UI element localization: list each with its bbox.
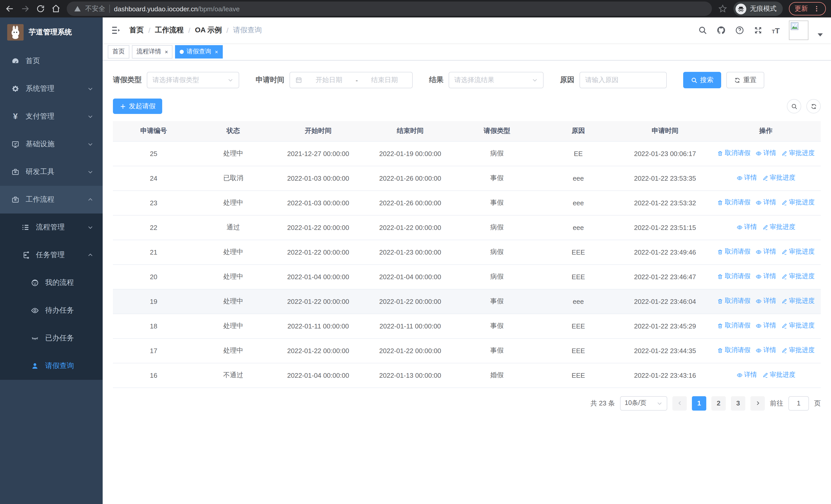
sidebar-item-待办任务[interactable]: 待办任务 [0,297,103,324]
page-button-2[interactable]: 2 [711,396,726,410]
progress-action-link[interactable]: 审批进度 [781,322,814,330]
table-row[interactable]: 23处理中2022-01-03 00:00:002022-01-26 00:00… [113,190,821,215]
table-row[interactable]: 24已取消2022-01-03 00:00:002022-01-26 00:00… [113,166,821,190]
sidebar-item-基础设施[interactable]: 基础设施 [0,130,103,158]
sidebar-item-已办任务[interactable]: 已办任务 [0,324,103,352]
refresh-table-button[interactable] [806,99,821,113]
detail-action-link[interactable]: 详情 [755,322,776,330]
action-label: 详情 [763,272,776,281]
table-row[interactable]: 25处理中2021-12-27 00:00:002022-01-19 00:00… [113,141,821,166]
table-row[interactable]: 16不通过2022-01-04 00:00:002022-01-13 00:00… [113,363,821,387]
github-icon[interactable] [716,26,725,35]
cancel-action-link[interactable]: 取消请假 [717,272,750,281]
detail-action-link[interactable]: 详情 [755,272,776,281]
cancel-action-link[interactable]: 取消请假 [717,198,750,207]
back-icon[interactable] [5,4,15,13]
sidebar-item-请假查询[interactable]: 请假查询 [0,352,103,380]
breadcrumb-item[interactable]: OA 示例 [195,26,222,35]
progress-action-link[interactable]: 审批进度 [781,272,814,281]
tab-close-icon[interactable]: × [165,49,168,55]
tab-流程详情[interactable]: 流程详情× [132,45,173,58]
detail-action-link[interactable]: 详情 [736,223,757,232]
font-size-icon[interactable]: TT [772,26,780,34]
sidebar-item-研发工具[interactable]: 研发工具 [0,158,103,186]
page-size-select[interactable]: 10条/页 [620,396,667,410]
action-label: 详情 [763,248,776,256]
page-button-1[interactable]: 1 [692,396,706,410]
progress-action-link[interactable]: 审批进度 [781,248,814,256]
detail-action-link[interactable]: 详情 [755,198,776,207]
avatar[interactable] [789,21,808,40]
cell-id: 24 [113,166,194,190]
prev-page-button[interactable] [672,396,687,410]
table-row[interactable]: 17处理中2022-01-22 00:00:002022-01-22 00:00… [113,338,821,363]
fullscreen-icon[interactable] [753,26,763,35]
url-bar[interactable]: 不安全 dashboard.yudao.iocoder.cn/bpm/oa/le… [67,2,712,16]
reload-icon[interactable] [36,4,45,13]
table-row[interactable]: 19处理中2022-01-22 00:00:002022-01-22 00:00… [113,289,821,314]
cancel-action-link[interactable]: 取消请假 [717,297,750,306]
user-menu-caret-icon[interactable] [818,33,823,36]
detail-action-link[interactable]: 详情 [755,149,776,158]
progress-action-link[interactable]: 审批进度 [762,223,795,232]
table-row[interactable]: 20处理中2022-01-04 00:00:002022-01-04 00:00… [113,264,821,289]
progress-action-link[interactable]: 审批进度 [762,174,795,182]
progress-action-link[interactable]: 审批进度 [781,149,814,158]
goto-page-input[interactable]: 1 [789,396,809,410]
reason-input[interactable]: 请输入原因 [579,72,667,88]
cancel-action-link[interactable]: 取消请假 [717,248,750,256]
sidebar-item-任务管理[interactable]: 任务管理 [0,241,103,269]
sidebar-item-首页[interactable]: 首页 [0,47,103,75]
search-icon[interactable] [698,26,707,35]
breadcrumb-item[interactable]: 工作流程 [155,26,184,35]
hide-search-button[interactable] [787,99,801,113]
detail-action-link[interactable]: 详情 [755,248,776,256]
reset-button[interactable]: 重置 [726,72,764,88]
progress-action-link[interactable]: 审批进度 [781,346,814,355]
page-button-3[interactable]: 3 [731,396,745,410]
sidebar-toggle-icon[interactable] [111,25,121,35]
apply-time-range-picker[interactable]: 开始日期 - 结束日期 [289,72,413,88]
cell-type: 事假 [456,166,538,190]
sidebar-item-工作流程[interactable]: 工作流程 [0,186,103,213]
result-select[interactable]: 请选择流结果 [449,72,544,88]
monitor-icon [11,140,20,148]
tab-close-icon[interactable]: × [215,49,218,55]
progress-action-link[interactable]: 审批进度 [781,297,814,306]
sidebar-item-我的流程[interactable]: 我的流程 [0,269,103,297]
forward-icon[interactable] [21,4,30,13]
detail-action-link[interactable]: 详情 [736,174,757,182]
table-row[interactable]: 21处理中2022-01-22 00:00:002022-01-23 00:00… [113,240,821,264]
search-button[interactable]: 搜索 [683,72,721,88]
cancel-action-link[interactable]: 取消请假 [717,322,750,330]
next-page-button[interactable] [750,396,765,410]
home-icon[interactable] [51,4,61,13]
detail-action-link[interactable]: 详情 [755,346,776,355]
sidebar-item-流程管理[interactable]: 流程管理 [0,213,103,241]
cancel-action-link[interactable]: 取消请假 [717,149,750,158]
pen-icon [762,372,768,378]
navbar-actions: TT [698,21,823,40]
tab-首页[interactable]: 首页 [108,45,130,58]
progress-action-link[interactable]: 审批进度 [762,371,795,380]
detail-action-link[interactable]: 详情 [755,297,776,306]
cell-reason: EEE [538,338,619,363]
cancel-action-link[interactable]: 取消请假 [717,346,750,355]
create-leave-button[interactable]: 发起请假 [113,98,162,114]
tab-请假查询[interactable]: 请假查询× [175,45,223,58]
table-row[interactable]: 18处理中2022-01-11 00:00:002022-01-11 00:00… [113,314,821,338]
app-logo-row[interactable]: 芋道管理系统 [0,18,103,47]
sidebar-item-支付管理[interactable]: ¥支付管理 [0,102,103,130]
detail-action-link[interactable]: 详情 [736,371,757,380]
action-label: 审批进度 [789,297,814,306]
table-row[interactable]: 22通过2022-01-22 00:00:002022-01-22 00:00:… [113,215,821,240]
help-icon[interactable] [735,26,744,35]
update-button[interactable]: 更新 [789,2,826,16]
breadcrumb-item[interactable]: 首页 [130,26,144,35]
sidebar-item-系统管理[interactable]: 系统管理 [0,75,103,102]
browser-menu-icon[interactable] [813,5,820,12]
progress-action-link[interactable]: 审批进度 [781,198,814,207]
breadcrumb: 首页 / 工作流程 / OA 示例 / 请假查询 [130,26,262,35]
bookmark-star-icon[interactable] [718,4,727,13]
leave-type-select[interactable]: 请选择请假类型 [147,72,239,88]
